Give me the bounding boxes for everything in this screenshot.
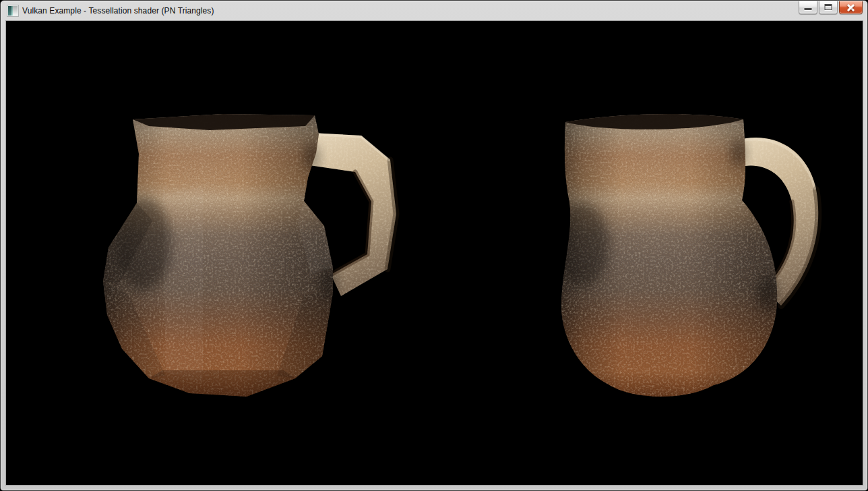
app-icon[interactable] bbox=[7, 5, 18, 16]
minimize-button[interactable] bbox=[799, 1, 817, 14]
titlebar[interactable]: Vulkan Example - Tessellation shader (PN… bbox=[1, 1, 867, 20]
maximize-button[interactable] bbox=[819, 1, 838, 14]
caption-buttons bbox=[799, 1, 863, 14]
jug-left-body bbox=[103, 114, 338, 397]
window-title: Vulkan Example - Tessellation shader (PN… bbox=[22, 6, 214, 16]
close-icon bbox=[840, 1, 862, 13]
minimize-icon bbox=[805, 8, 812, 10]
close-button[interactable] bbox=[839, 1, 863, 14]
jug-low-poly bbox=[102, 113, 400, 404]
render-viewport[interactable] bbox=[6, 21, 863, 485]
app-window: Vulkan Example - Tessellation shader (PN… bbox=[0, 0, 868, 491]
jug-tessellated bbox=[533, 110, 830, 404]
maximize-icon bbox=[825, 4, 832, 10]
jug-right-body bbox=[555, 114, 778, 397]
